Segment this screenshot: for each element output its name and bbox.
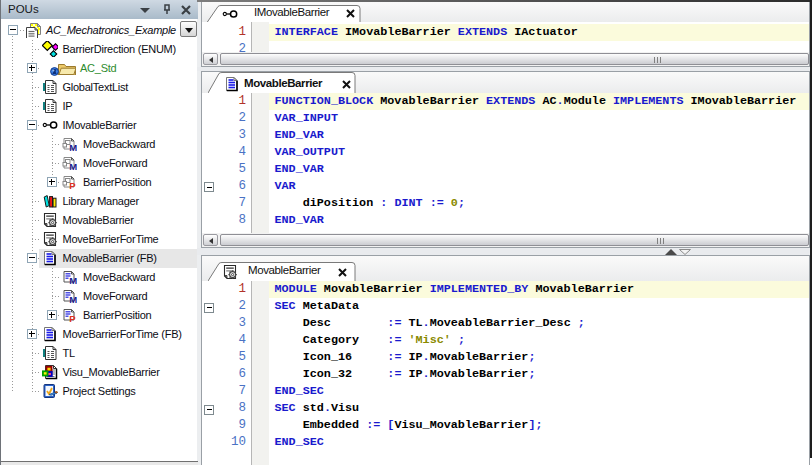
svg-text:M: M: [69, 294, 77, 305]
svg-text:P: P: [69, 313, 76, 324]
svg-text:M: M: [69, 142, 77, 153]
svg-text:M: M: [69, 161, 77, 172]
svg-text:M: M: [69, 275, 77, 286]
svg-text:P: P: [69, 180, 76, 191]
